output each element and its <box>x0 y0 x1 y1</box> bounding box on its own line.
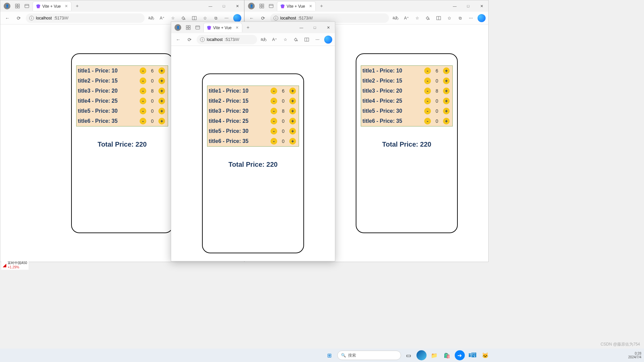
close-tab-icon[interactable]: ✕ <box>309 4 312 8</box>
increment-button[interactable]: + <box>443 108 450 114</box>
new-tab-button[interactable]: ＋ <box>244 24 252 31</box>
store-icon[interactable]: 🛍️ <box>442 350 452 360</box>
read-aloud-button[interactable]: A⁺ <box>158 14 166 22</box>
decrement-button[interactable]: - <box>424 67 431 74</box>
read-aloud-button[interactable]: A⁺ <box>270 36 279 44</box>
split-screen-icon[interactable] <box>190 14 198 22</box>
refresh-button[interactable]: ⟳ <box>259 14 267 22</box>
refresh-button[interactable]: ⟳ <box>14 14 23 22</box>
translate-button[interactable]: aあ <box>392 14 400 22</box>
new-tab-button[interactable]: ＋ <box>318 2 325 10</box>
taskbar-search[interactable]: 🔍搜索 <box>337 351 401 360</box>
more-icon[interactable]: ⋯ <box>313 36 321 44</box>
extensions-icon[interactable] <box>180 14 188 22</box>
start-button[interactable]: ⊞ <box>325 350 335 360</box>
explorer-icon[interactable]: 📁 <box>429 350 439 360</box>
increment-button[interactable]: + <box>289 98 296 104</box>
copilot-icon[interactable] <box>324 36 332 44</box>
extensions-icon[interactable] <box>292 36 300 44</box>
favorite-button[interactable]: ☆ <box>169 14 177 22</box>
translate-button[interactable]: aあ <box>147 14 155 22</box>
site-info-icon[interactable]: i <box>200 37 205 42</box>
decrement-button[interactable]: - <box>270 98 277 104</box>
address-bar[interactable]: i localhost:5173/#/ <box>197 35 257 44</box>
decrement-button[interactable]: - <box>270 128 277 135</box>
window-maximize[interactable]: □ <box>461 0 475 12</box>
favorite-button[interactable]: ☆ <box>281 36 289 44</box>
decrement-button[interactable]: - <box>424 98 431 104</box>
increment-button[interactable]: + <box>443 67 450 74</box>
increment-button[interactable]: + <box>443 88 450 94</box>
back-button[interactable]: ← <box>174 35 183 44</box>
workspaces-icon[interactable] <box>185 24 192 31</box>
increment-button[interactable]: + <box>158 77 165 84</box>
collections-icon[interactable]: ⧉ <box>212 14 220 22</box>
decrement-button[interactable]: - <box>140 67 146 74</box>
profile-avatar[interactable]: 👤 <box>248 3 255 9</box>
app-icon[interactable]: ➔ <box>455 350 465 360</box>
tab-actions-icon[interactable] <box>194 24 201 31</box>
decrement-button[interactable]: - <box>140 118 146 124</box>
decrement-button[interactable]: - <box>270 118 277 124</box>
collections-icon[interactable]: ⧉ <box>456 14 464 22</box>
decrement-button[interactable]: - <box>424 77 431 84</box>
copilot-icon[interactable] <box>478 14 486 22</box>
address-bar[interactable]: i localhost:5173/#/ <box>26 13 145 23</box>
workspaces-icon[interactable] <box>14 2 21 10</box>
increment-button[interactable]: + <box>289 108 296 114</box>
increment-button[interactable]: + <box>443 98 450 104</box>
read-aloud-button[interactable]: A⁺ <box>402 14 410 22</box>
browser-tab[interactable]: Vite + Vue ✕ <box>33 1 71 11</box>
decrement-button[interactable]: - <box>270 88 277 94</box>
favorites-bar-icon[interactable]: ✩ <box>445 14 453 22</box>
increment-button[interactable]: + <box>443 77 450 84</box>
window-close[interactable]: ✕ <box>231 0 244 12</box>
decrement-button[interactable]: - <box>424 108 431 114</box>
window-close[interactable]: ✕ <box>475 0 488 12</box>
window-close[interactable]: ✕ <box>321 22 335 33</box>
refresh-button[interactable]: ⟳ <box>185 35 194 44</box>
task-view-icon[interactable]: ▭ <box>404 350 414 360</box>
window-minimize[interactable]: — <box>204 0 217 12</box>
extensions-icon[interactable] <box>424 14 432 22</box>
site-info-icon[interactable]: i <box>274 16 278 20</box>
split-screen-icon[interactable] <box>303 36 311 44</box>
tab-actions-icon[interactable] <box>267 2 275 10</box>
close-tab-icon[interactable]: ✕ <box>65 4 68 8</box>
decrement-button[interactable]: - <box>424 88 431 94</box>
favorites-bar-icon[interactable]: ✩ <box>201 14 209 22</box>
favorite-button[interactable]: ☆ <box>413 14 421 22</box>
increment-button[interactable]: + <box>158 88 165 94</box>
increment-button[interactable]: + <box>158 98 165 104</box>
back-button[interactable]: ← <box>247 14 256 22</box>
system-clock[interactable]: 0:282024/7/4 <box>628 352 641 359</box>
decrement-button[interactable]: - <box>140 108 146 114</box>
stock-widget[interactable]: ◢ 富时中国A50+1.29% <box>1 260 29 270</box>
decrement-button[interactable]: - <box>140 77 146 84</box>
window-maximize[interactable]: □ <box>308 22 321 33</box>
profile-avatar[interactable]: 👤 <box>175 24 181 31</box>
increment-button[interactable]: + <box>158 67 165 74</box>
increment-button[interactable]: + <box>158 108 165 114</box>
translate-button[interactable]: aあ <box>260 36 268 44</box>
increment-button[interactable]: + <box>289 138 296 145</box>
browser-tab[interactable]: Vite + Vue ✕ <box>203 23 242 32</box>
split-screen-icon[interactable] <box>435 14 443 22</box>
more-icon[interactable]: ⋯ <box>222 14 231 22</box>
copilot-icon[interactable] <box>233 14 241 22</box>
decrement-button[interactable]: - <box>270 108 277 114</box>
increment-button[interactable]: + <box>158 118 165 124</box>
browser-tab[interactable]: Vite + Vue ✕ <box>277 1 316 11</box>
decrement-button[interactable]: - <box>140 98 146 104</box>
decrement-button[interactable]: - <box>270 138 277 145</box>
window-minimize[interactable]: — <box>448 0 461 12</box>
window-maximize[interactable]: □ <box>217 0 231 12</box>
workspaces-icon[interactable] <box>258 2 265 10</box>
decrement-button[interactable]: - <box>424 118 431 124</box>
decrement-button[interactable]: - <box>140 88 146 94</box>
site-info-icon[interactable]: i <box>29 16 34 20</box>
increment-button[interactable]: + <box>289 118 296 124</box>
close-tab-icon[interactable]: ✕ <box>236 25 239 30</box>
more-icon[interactable]: ⋯ <box>467 14 475 22</box>
increment-button[interactable]: + <box>443 118 450 124</box>
